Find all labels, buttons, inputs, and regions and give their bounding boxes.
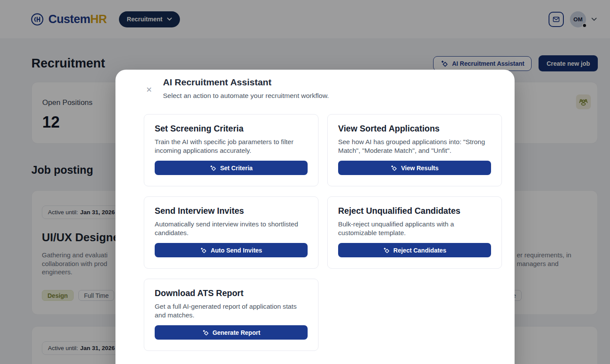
view-results-button-label: View Results [401, 165, 438, 172]
action-card-send-interview-invites: Send Interview Invites Automatically sen… [144, 196, 319, 269]
reject-candidates-button[interactable]: Reject Candidates [338, 243, 491, 257]
action-card-description: Bulk-reject unqualified applicants with … [338, 220, 491, 237]
generate-report-button-label: Generate Report [213, 329, 261, 336]
generate-report-button[interactable]: Generate Report [155, 325, 308, 340]
set-criteria-button[interactable]: Set Criteria [155, 161, 308, 175]
auto-send-invites-button[interactable]: Auto Send Invites [155, 243, 308, 257]
modal-action-grid: Set Screening Criteria Train the AI with… [144, 114, 502, 351]
action-card-set-screening-criteria: Set Screening Criteria Train the AI with… [144, 114, 319, 186]
reject-candidates-button-label: Reject Candidates [393, 247, 446, 254]
action-card-title: Send Interview Invites [155, 206, 308, 216]
ai-assistant-modal: ✕ AI Recruitment Assistant Select an act… [115, 70, 515, 364]
sparkle-diamonds-icon [210, 165, 216, 171]
sparkle-diamonds-icon [390, 165, 397, 171]
set-criteria-button-label: Set Criteria [220, 165, 253, 172]
modal-subtitle: Select an action to automate your recrui… [163, 92, 329, 100]
action-card-title: View Sorted Applications [338, 124, 491, 134]
action-card-description: Train the AI with specific job parameter… [155, 138, 308, 155]
action-card-title: Download ATS Report [155, 288, 308, 298]
action-card-download-ats-report: Download ATS Report Get a full AI-genera… [144, 279, 319, 351]
action-card-view-sorted-applications: View Sorted Applications See how AI has … [327, 114, 502, 186]
action-card-description: Get a full AI-generated report of applic… [155, 302, 308, 320]
action-card-title: Reject Unqualified Candidates [338, 206, 491, 216]
action-card-description: See how AI has grouped applications into… [338, 138, 491, 155]
close-icon[interactable]: ✕ [144, 84, 154, 96]
sparkle-diamonds-icon [383, 247, 390, 253]
action-card-description: Automatically send interview invites to … [155, 220, 308, 237]
sparkle-diamonds-icon [200, 247, 207, 253]
sparkle-diamonds-icon [202, 329, 209, 336]
action-card-title: Set Screening Criteria [155, 124, 308, 134]
action-card-reject-unqualified-candidates: Reject Unqualified Candidates Bulk-rejec… [327, 196, 502, 269]
modal-title: AI Recruitment Assistant [163, 77, 271, 88]
auto-send-invites-button-label: Auto Send Invites [210, 247, 262, 254]
view-results-button[interactable]: View Results [338, 161, 491, 175]
